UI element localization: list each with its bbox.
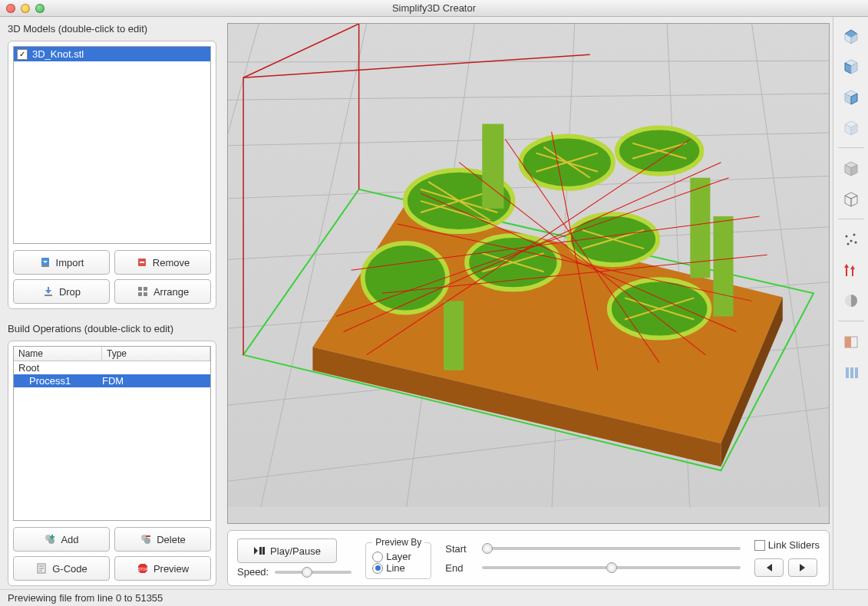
svg-rect-6 xyxy=(48,287,49,291)
stop-icon: STOP xyxy=(137,562,149,575)
svg-rect-67 xyxy=(690,178,710,278)
section-icon[interactable] xyxy=(837,328,865,355)
svg-marker-109 xyxy=(844,264,849,268)
svg-marker-101 xyxy=(845,196,851,206)
end-label: End xyxy=(445,562,476,574)
speed-slider[interactable] xyxy=(275,571,351,574)
prev-button[interactable] xyxy=(754,558,784,577)
import-button[interactable]: Import xyxy=(13,250,110,275)
toolbar-separator xyxy=(838,219,864,219)
svg-rect-4 xyxy=(140,262,144,263)
svg-rect-11 xyxy=(144,292,147,296)
ops-section-label: Build Operations (double-click to edit) xyxy=(8,323,216,334)
svg-rect-68 xyxy=(713,216,733,316)
arrange-icon xyxy=(137,285,149,298)
ops-row-process[interactable]: Process1 FDM xyxy=(14,374,210,387)
svg-rect-66 xyxy=(482,124,503,208)
svg-rect-116 xyxy=(850,367,853,378)
svg-rect-82 xyxy=(262,547,265,555)
arrange-button[interactable]: Arrange xyxy=(114,279,211,304)
ops-row-root[interactable]: Root xyxy=(14,361,210,374)
remove-button[interactable]: Remove xyxy=(114,250,211,275)
radio-layer-input[interactable] xyxy=(372,552,383,562)
checkbox-icon[interactable] xyxy=(754,540,765,551)
model-list-item[interactable]: ✓ 3D_Knot.stl xyxy=(14,47,210,61)
drop-icon xyxy=(42,285,54,298)
ops-table-header: Name Type xyxy=(14,347,210,361)
svg-marker-84 xyxy=(800,564,805,571)
3d-viewport[interactable] xyxy=(227,23,830,524)
models-list[interactable]: ✓ 3D_Knot.stl xyxy=(13,46,211,244)
add-button[interactable]: Add xyxy=(13,527,110,552)
remove-icon xyxy=(136,256,148,268)
shade-icon[interactable] xyxy=(837,287,865,315)
svg-rect-69 xyxy=(444,301,464,370)
svg-rect-81 xyxy=(259,547,262,555)
supports-icon[interactable] xyxy=(837,358,865,386)
delete-button[interactable]: Delete xyxy=(114,527,211,552)
col-type[interactable]: Type xyxy=(102,347,210,361)
play-pause-icon xyxy=(253,546,266,555)
svg-rect-18 xyxy=(146,535,150,537)
svg-point-104 xyxy=(853,234,855,236)
svg-point-103 xyxy=(845,235,847,238)
col-name[interactable]: Name xyxy=(14,347,102,361)
view-iso-icon[interactable] xyxy=(837,114,865,141)
end-slider[interactable] xyxy=(482,566,741,569)
svg-marker-102 xyxy=(851,196,857,206)
normals-icon[interactable] xyxy=(837,256,865,284)
view-solid-icon[interactable] xyxy=(837,154,865,182)
view-wire-icon[interactable] xyxy=(837,185,865,212)
models-section-label: 3D Models (double-click to edit) xyxy=(8,23,216,35)
start-label: Start xyxy=(445,543,476,555)
view-side-icon[interactable] xyxy=(837,83,865,110)
svg-rect-115 xyxy=(846,367,849,378)
view-top-icon[interactable] xyxy=(837,21,865,49)
link-sliders-checkbox[interactable]: Link Sliders xyxy=(754,539,820,551)
chevron-right-icon xyxy=(798,563,807,572)
model-name: 3D_Knot.stl xyxy=(32,48,84,60)
drop-button[interactable]: Drop xyxy=(13,279,110,304)
titlebar: Simplify3D Creator xyxy=(0,0,868,17)
svg-rect-7 xyxy=(45,295,52,296)
window-title: Simplify3D Creator xyxy=(0,2,868,14)
next-button[interactable] xyxy=(788,558,817,577)
play-pause-button[interactable]: Play/Pause xyxy=(237,538,337,563)
model-checkbox[interactable]: ✓ xyxy=(17,49,28,60)
view-front-icon[interactable] xyxy=(837,52,865,80)
radio-line-input[interactable] xyxy=(372,563,383,574)
right-toolbar xyxy=(833,17,868,589)
models-panel: ✓ 3D_Knot.stl Import Remove xyxy=(8,41,216,309)
svg-marker-83 xyxy=(767,564,772,571)
svg-rect-117 xyxy=(855,367,858,378)
start-slider[interactable] xyxy=(482,547,741,550)
preview-controls: Play/Pause Speed: Preview By Layer Line xyxy=(227,530,830,586)
radio-layer[interactable]: Layer xyxy=(372,551,424,562)
status-bar: Previewing file from line 0 to 51355 xyxy=(0,589,868,606)
ops-table[interactable]: Name Type Root Process1 FDM xyxy=(13,346,211,521)
status-text: Previewing file from line 0 to 51355 xyxy=(8,592,163,604)
svg-point-107 xyxy=(854,242,856,244)
points-icon[interactable] xyxy=(837,226,865,253)
svg-rect-2 xyxy=(41,265,49,267)
add-icon xyxy=(44,533,56,545)
svg-text:STOP: STOP xyxy=(137,567,148,571)
gcode-icon xyxy=(35,562,48,575)
import-icon xyxy=(39,256,51,268)
svg-rect-8 xyxy=(138,287,142,291)
svg-rect-9 xyxy=(144,287,147,291)
gcode-button[interactable]: G-Code xyxy=(13,556,110,581)
svg-marker-100 xyxy=(845,193,857,199)
preview-by-group: Preview By Layer Line xyxy=(365,537,431,579)
chevron-left-icon xyxy=(764,563,774,572)
svg-marker-80 xyxy=(254,547,258,555)
preview-button[interactable]: STOP Preview xyxy=(114,556,211,581)
toolbar-separator xyxy=(838,147,864,148)
speed-label: Speed: xyxy=(237,566,269,578)
ops-panel: Name Type Root Process1 FDM xyxy=(8,341,216,586)
svg-rect-15 xyxy=(50,536,54,538)
radio-line[interactable]: Line xyxy=(372,562,424,574)
svg-point-17 xyxy=(144,538,150,544)
svg-marker-111 xyxy=(850,265,855,269)
svg-point-105 xyxy=(850,240,852,242)
